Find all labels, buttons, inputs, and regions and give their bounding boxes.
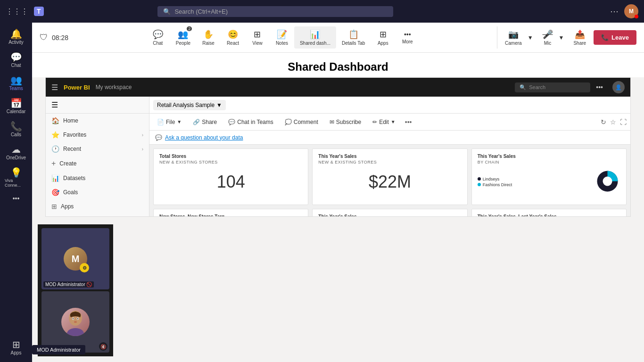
question-bar[interactable]: 💬 Ask a question about your data bbox=[149, 131, 630, 145]
pbi-nav-home[interactable]: 🏠 Home bbox=[46, 114, 149, 128]
toolbar-view-btn[interactable]: ⊞ View bbox=[245, 26, 270, 49]
toolbar-raise-btn[interactable]: ✋ Raise bbox=[196, 26, 221, 49]
pbi-nav-favorites[interactable]: ⭐ Favorites › bbox=[46, 128, 149, 142]
toolbar-raise-label: Raise bbox=[202, 41, 215, 46]
bookmark-icon[interactable]: ☆ bbox=[610, 118, 616, 126]
toolbar-people-icon: 👥 bbox=[178, 30, 188, 39]
toolbar-view-icon: ⊞ bbox=[254, 29, 261, 40]
refresh-icon[interactable]: ↻ bbox=[601, 118, 606, 126]
onedrive-icon: ☁ bbox=[11, 145, 21, 154]
edit-chevron-icon: ▼ bbox=[391, 119, 396, 124]
toolbar-shared-dash-icon: 📊 bbox=[310, 29, 320, 40]
pbi-nav-home-label: Home bbox=[63, 117, 78, 124]
chat-in-teams-btn[interactable]: 💬 Chat in Teams bbox=[224, 117, 277, 127]
card-sales-by-chain: This Year's Sales BY CHAIN Lindseys bbox=[471, 148, 627, 205]
pbi-nav-create[interactable]: + Create bbox=[46, 156, 149, 171]
sidebar-item-chat[interactable]: 💬 Chat bbox=[3, 49, 29, 71]
toolbar-people-label: People bbox=[176, 41, 190, 46]
powerbi-sidebar: ☰ 🏠 Home ⭐ Favorites › 🕐 bbox=[46, 97, 149, 216]
toolbar-chat-icon: 💬 bbox=[153, 29, 163, 40]
fashions-label: Fashions Direct bbox=[483, 182, 512, 187]
camera-btn[interactable]: 📷 Camera bbox=[501, 26, 526, 49]
leave-button[interactable]: 📞 Leave bbox=[594, 30, 636, 45]
question-icon: 💬 bbox=[155, 134, 162, 141]
pbi-nav-shared[interactable]: 🔗 Shared with me bbox=[46, 214, 149, 216]
pbi-search-placeholder: Search bbox=[529, 84, 545, 90]
pbi-nav-goals[interactable]: 🎯 Goals bbox=[46, 185, 149, 199]
toolbar-chat-btn[interactable]: 💬 Chat bbox=[146, 26, 170, 49]
action-bar: 📄 File ▼ 🔗 Share 💬 Chat in Teams bbox=[149, 114, 630, 131]
file-btn[interactable]: 📄 File ▼ bbox=[153, 117, 185, 127]
sidebar-item-apps[interactable]: ⊞ Apps bbox=[3, 337, 29, 358]
comment-btn[interactable]: 💭 Comment bbox=[281, 117, 322, 127]
pbi-search-bar[interactable]: 🔍 Search bbox=[515, 82, 590, 92]
dashboard-title-text: Shared Dashboard bbox=[288, 60, 388, 73]
report-name-button[interactable]: Retail Analysis Sample ▼ bbox=[153, 100, 226, 110]
mic-group: 🎤 Mic ▼ bbox=[539, 26, 566, 49]
content-area: 🛡 08:28 💬 Chat 👥 2 People ✋ Raise bbox=[32, 23, 644, 362]
share-report-btn[interactable]: 🔗 Share bbox=[189, 117, 221, 127]
pbi-nav-apps[interactable]: ⊞ Apps bbox=[46, 199, 149, 214]
toolbar-details-tab-btn[interactable]: 📋 Details Tab bbox=[336, 26, 371, 49]
shared-dashboard-title: Shared Dashboard bbox=[32, 53, 644, 77]
search-bar[interactable]: 🔍 Search (Ctrl+Alt+E) bbox=[157, 6, 393, 17]
svg-point-1 bbox=[603, 177, 612, 186]
card-this-year-sales-new-title: This Year's Sales bbox=[318, 154, 461, 159]
pbi-menu-icon[interactable]: ☰ bbox=[51, 83, 58, 92]
pie-legend: Lindseys Fashions Direct bbox=[478, 177, 591, 188]
more-actions-icon[interactable]: ••• bbox=[405, 118, 412, 126]
share-btn[interactable]: 📤 Share bbox=[570, 26, 590, 49]
grid-icon[interactable]: ⋮⋮⋮ bbox=[6, 7, 28, 16]
teams-logo: T bbox=[34, 7, 44, 16]
mic-btn[interactable]: 🎤 Mic bbox=[539, 26, 557, 49]
toolbar-people-btn[interactable]: 👥 2 People bbox=[170, 26, 196, 49]
fashions-dot bbox=[478, 183, 481, 186]
fullscreen-icon[interactable]: ⛶ bbox=[620, 118, 627, 126]
chat-in-teams-label: Chat in Teams bbox=[237, 119, 273, 125]
sidebar-item-teams[interactable]: 👥 Teams bbox=[3, 73, 29, 94]
edit-icon: ✏ bbox=[372, 119, 377, 125]
subscribe-label: Subscribe bbox=[336, 119, 361, 125]
camera-chevron[interactable]: ▼ bbox=[526, 32, 535, 44]
sidebar-item-calendar[interactable]: 📅 Calendar bbox=[3, 96, 29, 117]
more-options-icon[interactable]: ⋯ bbox=[610, 6, 619, 16]
toolbar-react-btn[interactable]: 😊 React bbox=[221, 26, 245, 49]
toolbar-view-label: View bbox=[252, 41, 263, 46]
pbi-nav-recent[interactable]: 🕐 Recent › bbox=[46, 142, 149, 156]
left-sidebar: 🔔 Activity 💬 Chat 👥 Teams 📅 Calendar 📞 C… bbox=[0, 23, 32, 362]
status-indicator bbox=[635, 15, 638, 18]
lindseys-dot bbox=[478, 177, 481, 181]
pbi-nav-datasets[interactable]: 📊 Datasets bbox=[46, 171, 149, 185]
toolbar-notes-btn[interactable]: 📝 Notes bbox=[270, 26, 294, 49]
comment-icon: 💭 bbox=[285, 119, 292, 125]
sidebar-item-more[interactable]: ••• bbox=[3, 192, 29, 205]
toolbar-notes-label: Notes bbox=[276, 41, 288, 46]
pbi-user-avatar[interactable]: 👤 bbox=[612, 81, 625, 93]
pbi-nav-favorites-label: Favorites bbox=[63, 132, 86, 138]
powerbi-workspace[interactable]: My workspace bbox=[96, 84, 132, 90]
card-sales-by-chain-title: This Year's Sales bbox=[478, 154, 620, 159]
mod-admin-avatar: M ⚙ bbox=[41, 228, 109, 289]
subscribe-btn[interactable]: ✉ Subscribe bbox=[326, 117, 365, 127]
recent-icon: 🕐 bbox=[51, 145, 59, 153]
toolbar-apps-label: Apps bbox=[378, 41, 388, 46]
sidebar-item-onedrive[interactable]: ☁ OneDrive bbox=[3, 142, 29, 163]
toolbar-apps-btn[interactable]: ⊞ Apps bbox=[371, 26, 395, 49]
leave-label: Leave bbox=[611, 34, 629, 41]
sidebar-item-activity[interactable]: 🔔 Activity bbox=[3, 26, 29, 48]
mic-chevron[interactable]: ▼ bbox=[557, 32, 566, 44]
edit-btn[interactable]: ✏ Edit ▼ bbox=[369, 117, 399, 127]
pbi-hamburger-icon[interactable]: ☰ bbox=[51, 100, 58, 109]
svg-point-48 bbox=[67, 328, 84, 336]
participant2-mic-off: 🔇 bbox=[99, 342, 107, 351]
sidebar-item-calls[interactable]: 📞 Calls bbox=[3, 119, 29, 140]
pbi-search-icon: 🔍 bbox=[520, 84, 526, 90]
pbi-more-icon[interactable]: ••• bbox=[596, 83, 603, 91]
mic-off-indicator: 🚫 bbox=[86, 282, 92, 287]
user-avatar[interactable]: M bbox=[624, 4, 638, 18]
toolbar-more-btn[interactable]: ••• More bbox=[395, 28, 420, 47]
mic-label: Mic bbox=[544, 41, 552, 46]
sidebar-item-viva[interactable]: 💡 Viva Conne... bbox=[3, 165, 29, 190]
camera-group: 📷 Camera ▼ bbox=[497, 26, 535, 49]
toolbar-shared-dash-btn[interactable]: 📊 Shared dash... bbox=[294, 26, 336, 49]
